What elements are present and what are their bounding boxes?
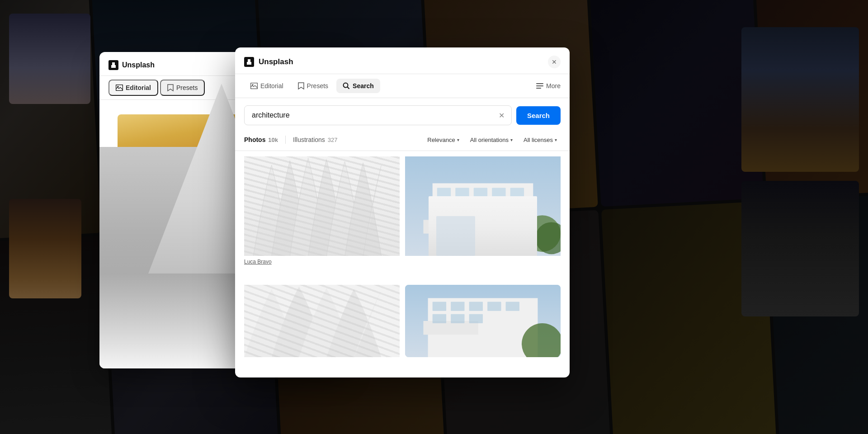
photo-card-1[interactable]: Luca Bravo [244, 156, 400, 279]
bg-photo-road [741, 181, 859, 316]
svg-rect-37 [506, 302, 519, 311]
filter-tab-photos[interactable]: Photos 10k [244, 134, 278, 145]
svg-rect-38 [433, 314, 446, 323]
nav-more[interactable]: More [536, 82, 561, 90]
bg-photo-balloons [9, 199, 81, 298]
search-submit-button[interactable]: Search [516, 106, 561, 125]
window-front-nav: Editorial Presets Search More [235, 74, 570, 98]
close-button[interactable]: ✕ [548, 56, 561, 68]
photo-author-1[interactable]: Luca Bravo [244, 256, 400, 265]
search-input-wrapper: ✕ [244, 105, 512, 125]
photos-count: 10k [268, 137, 278, 143]
svg-rect-36 [487, 302, 501, 311]
bookmark-icon [167, 84, 174, 91]
filter-bar: Photos 10k Illustrations 327 Relevance ▾… [235, 131, 570, 151]
dropdown-relevance[interactable]: Relevance ▾ [424, 135, 462, 145]
filter-tab-illustrations[interactable]: Illustrations 327 [293, 134, 337, 145]
svg-rect-24 [510, 215, 524, 224]
svg-rect-6 [244, 156, 400, 256]
photo-image-1 [244, 156, 400, 256]
bookmark-nav-icon [298, 82, 304, 90]
header-left: Unsplash [244, 57, 293, 67]
photo-card-3[interactable] [244, 285, 400, 372]
photo-image-3 [244, 285, 400, 357]
window-front-title: Unsplash [259, 57, 293, 66]
svg-rect-25 [423, 220, 469, 233]
photo-card-4[interactable] [405, 285, 561, 372]
svg-rect-33 [433, 302, 446, 311]
nav-editorial[interactable]: Editorial [244, 79, 290, 93]
svg-rect-14 [510, 188, 524, 197]
nav-presets[interactable]: Presets [292, 79, 335, 93]
svg-rect-13 [492, 188, 505, 197]
svg-rect-19 [510, 202, 524, 211]
chevron-licenses: ▾ [555, 137, 557, 142]
svg-rect-20 [437, 215, 451, 224]
dropdown-orientations[interactable]: All orientations ▾ [467, 135, 516, 145]
photo-icon [116, 85, 123, 91]
svg-rect-5 [244, 156, 400, 256]
filter-separator [285, 136, 286, 144]
svg-rect-35 [469, 302, 483, 311]
svg-rect-12 [474, 188, 487, 197]
search-section: ✕ Search [235, 98, 570, 131]
illustrations-count: 327 [328, 137, 338, 143]
svg-rect-15 [437, 202, 451, 211]
svg-rect-40 [469, 314, 483, 323]
menu-icon [536, 83, 543, 89]
dropdown-licenses[interactable]: All licenses ▾ [520, 135, 561, 145]
window-front-header: Unsplash ✕ [235, 47, 570, 74]
bg-photo-bridge [741, 27, 859, 172]
arch-svg-2 [405, 156, 561, 256]
svg-rect-28 [244, 285, 400, 357]
search-nav-icon [343, 82, 350, 90]
svg-rect-16 [455, 202, 469, 211]
svg-rect-10 [437, 188, 451, 197]
svg-rect-29 [244, 285, 400, 357]
arch-svg-4 [405, 285, 561, 357]
svg-rect-17 [474, 202, 487, 211]
photo-author-2 [405, 256, 561, 259]
nav-editorial-back[interactable]: Editorial [108, 80, 158, 96]
svg-rect-22 [474, 215, 487, 224]
nav-search[interactable]: Search [336, 79, 380, 93]
svg-rect-34 [451, 302, 464, 311]
photo-card-2[interactable] [405, 156, 561, 279]
photo-grid: Luca Bravo [235, 151, 570, 377]
svg-rect-23 [492, 215, 505, 224]
search-clear-button[interactable]: ✕ [497, 111, 506, 120]
svg-rect-21 [455, 215, 469, 224]
unsplash-logo-front [244, 57, 254, 67]
photo-image-4 [405, 285, 561, 357]
unsplash-logo-back [108, 60, 118, 70]
nav-presets-back[interactable]: Presets [160, 80, 205, 96]
svg-rect-39 [451, 314, 464, 323]
chevron-relevance: ▾ [457, 137, 459, 142]
svg-rect-11 [455, 188, 469, 197]
photo-nav-icon [250, 83, 258, 89]
window-back-title: Unsplash [122, 61, 155, 69]
photo-image-2 [405, 156, 561, 256]
chevron-orientations: ▾ [510, 137, 513, 142]
arch-svg-3 [244, 285, 400, 357]
arch-svg-1 [244, 156, 400, 256]
bg-photo-clouds [9, 14, 90, 104]
svg-rect-18 [492, 202, 505, 211]
window-search: Unsplash ✕ Editorial Presets Search [235, 47, 570, 377]
search-input[interactable] [244, 105, 512, 125]
